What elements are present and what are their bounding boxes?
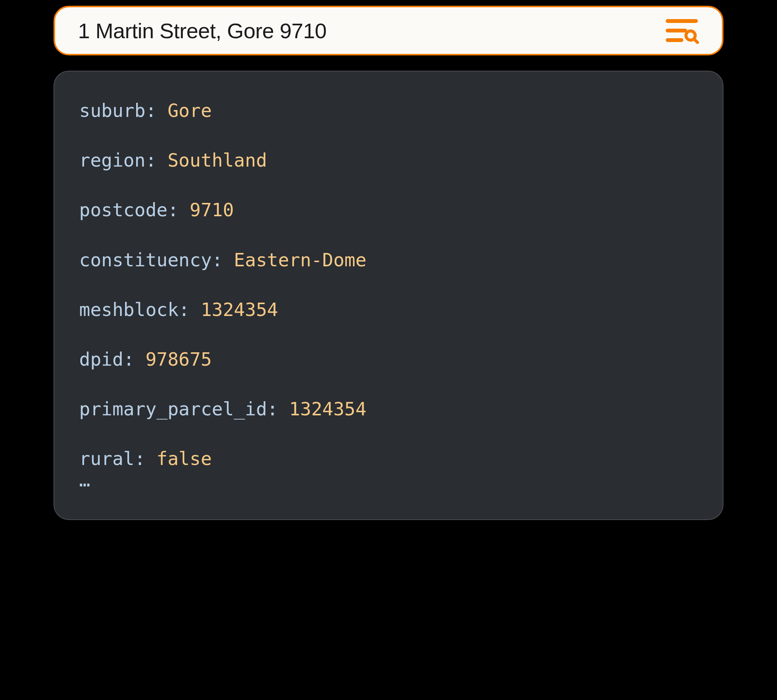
detail-value: Eastern-Dome — [234, 249, 367, 270]
detail-value: 9710 — [190, 199, 234, 220]
detail-line-primary_parcel_id: primary_parcel_id: 1324354 — [79, 398, 698, 420]
ellipsis: … — [79, 469, 90, 491]
search-input-text[interactable]: 1 Martin Street, Gore 9710 — [78, 18, 327, 43]
detail-line-rural: rural: false — [79, 448, 698, 469]
detail-colon: : — [145, 149, 167, 171]
detail-key: primary_parcel_id — [79, 398, 267, 420]
detail-key: meshblock — [79, 299, 179, 320]
list-search-icon[interactable] — [665, 17, 699, 44]
search-bar[interactable]: 1 Martin Street, Gore 9710 — [53, 6, 724, 55]
detail-value: 1324354 — [289, 398, 366, 420]
detail-value: false — [156, 448, 212, 469]
detail-key: dpid — [79, 348, 124, 370]
detail-line-postcode: postcode: 9710 — [79, 200, 698, 220]
detail-colon: : — [179, 299, 201, 320]
detail-value: Gore — [167, 100, 212, 121]
detail-line-constituency: constituency: Eastern-Dome — [79, 250, 698, 270]
detail-colon: : — [267, 398, 289, 420]
detail-colon: : — [124, 348, 146, 370]
detail-value: Southland — [167, 149, 267, 171]
ellipsis-line: … — [79, 470, 698, 491]
detail-value: 1324354 — [201, 299, 278, 320]
detail-line-meshblock: meshblock: 1324354 — [79, 299, 698, 320]
detail-key: postcode — [79, 199, 167, 220]
detail-line-suburb: suburb: Gore — [79, 100, 698, 121]
detail-colon: : — [212, 249, 234, 270]
details-panel: suburb: Goreregion: Southlandpostcode: 9… — [53, 71, 724, 520]
svg-line-4 — [694, 39, 697, 42]
detail-key: rural — [79, 448, 135, 469]
detail-colon: : — [167, 199, 190, 220]
detail-key: region — [79, 149, 145, 171]
detail-key: suburb — [79, 100, 145, 121]
detail-colon: : — [145, 100, 167, 121]
detail-line-region: region: Southland — [79, 150, 698, 171]
detail-value: 978675 — [145, 348, 211, 370]
detail-line-dpid: dpid: 978675 — [79, 349, 698, 370]
detail-key: constituency — [79, 249, 212, 270]
detail-colon: : — [135, 448, 157, 469]
